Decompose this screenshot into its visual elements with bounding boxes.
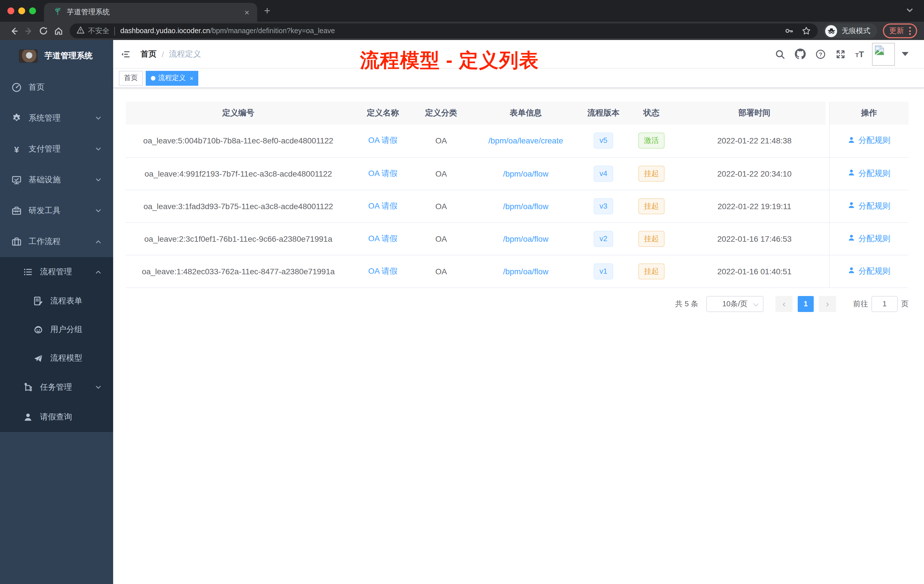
sidebar-item-send[interactable]: 流程模型 [0,344,113,373]
cell-form-info: /bpm/oa/flow [467,255,584,287]
pagination-total: 共 5 条 [675,299,698,309]
search-icon[interactable] [775,49,785,59]
form-link[interactable]: /bpm/oa/flow [503,169,549,178]
user-icon [848,168,856,178]
browser-update-button[interactable]: 更新 [883,23,917,38]
navbar-right-icons: ? TT [765,43,909,66]
table-row: oa_leave:1:482ec033-762a-11ec-8477-a2380… [126,255,909,287]
address-bar[interactable]: 不安全 dashboard.yudao.iocoder.cn/bpm/manag… [70,23,818,38]
definition-name-link[interactable]: OA 请假 [368,201,398,210]
definition-name-link[interactable]: OA 请假 [368,168,398,177]
cell-status: 激活 [623,125,680,157]
forward-icon[interactable] [22,24,35,38]
new-tab-button[interactable]: + [264,5,270,16]
macos-close-button[interactable] [7,7,14,14]
update-label[interactable]: 更新 [889,26,904,36]
table-row: oa_leave:5:004b710b-7b8a-11ec-8ef0-acde4… [126,125,909,157]
security-label[interactable]: 不安全 [88,26,109,36]
sidebar-item-user[interactable]: 请假查询 [0,402,113,432]
browser-menu-kebab-icon[interactable] [909,27,911,35]
cell-deploy-time: 2022-01-16 17:46:53 [680,222,829,255]
cell-actions: 分配规则 [829,222,909,255]
form-icon [33,296,43,306]
next-page-button[interactable]: › [819,296,836,312]
sidebar-item-suitcase[interactable]: 工作流程 [0,226,113,257]
macos-zoom-button[interactable] [29,7,36,14]
avatar[interactable] [872,43,895,66]
bookmark-star-icon[interactable] [802,26,811,35]
assign-rule-link[interactable]: 分配规则 [848,136,891,146]
sidebar-toggle-hamburger-icon[interactable] [120,48,132,60]
assign-rule-link[interactable]: 分配规则 [848,266,891,276]
chevron-down-icon [95,115,102,122]
tab-search-chevron-icon[interactable] [906,6,914,16]
definition-name-link[interactable]: OA 请假 [368,233,398,243]
table-row: oa_leave:4:991f2193-7b7f-11ec-a3c8-acde4… [126,157,909,190]
goto-page-input[interactable] [871,296,898,312]
form-link[interactable]: /bpm/oa/flow [503,201,549,211]
home-icon[interactable] [51,24,65,38]
cell-category: OA [415,255,467,287]
tab-close-icon[interactable]: × [242,7,251,17]
gear-icon [12,113,22,124]
assign-rule-link[interactable]: 分配规则 [848,233,891,244]
sidebar-item-people[interactable]: 用户分组 [0,315,113,344]
macos-minimize-button[interactable] [18,7,25,14]
sidebar-item-dashboard[interactable]: 首页 [0,72,113,103]
form-link[interactable]: /bpm/oa/flow [503,234,549,243]
cell-version: v5 [584,125,623,157]
chevron-down-icon [95,208,102,214]
incognito-badge: 无痕模式 [823,23,877,38]
cell-definition-name: OA 请假 [351,125,415,157]
sidebar-item-list[interactable]: 流程管理 [0,257,113,287]
sidebar-item-label: 基础设施 [28,175,61,185]
security-warning-icon[interactable] [77,26,84,36]
sidebar-item-gear[interactable]: 系统管理 [0,103,113,134]
version-badge: v4 [594,165,613,181]
prev-page-button[interactable]: ‹ [776,296,792,312]
password-key-icon[interactable] [785,26,794,35]
status-badge: 挂起 [638,263,665,279]
people-icon [33,325,43,335]
form-link[interactable]: /bpm/oa/flow [503,267,549,276]
reload-icon[interactable] [36,24,50,38]
sidebar-item-toolbox[interactable]: 研发工具 [0,195,113,226]
assign-rule-link[interactable]: 分配规则 [848,201,891,211]
breadcrumb: 首页 / 流程定义 [140,49,201,59]
sidebar-item-tree[interactable]: 任务管理 [0,373,113,402]
form-link[interactable]: /bpm/oa/leave/create [488,136,563,145]
list-icon [23,267,33,277]
definition-name-link[interactable]: OA 请假 [368,136,398,145]
cell-form-info: /bpm/oa/flow [467,190,584,222]
tag-home[interactable]: 首页 [119,71,143,86]
sidebar-item-monitor[interactable]: 基础设施 [0,165,113,195]
sidebar-item-yen[interactable]: ¥支付管理 [0,134,113,165]
url-path: /bpm/manager/definition?key=oa_leave [210,27,335,35]
browser-tab[interactable]: 芋道管理系统 × [44,3,257,22]
sidebar-item-form[interactable]: 流程表单 [0,287,113,315]
chevron-down-icon [95,384,102,391]
font-size-icon[interactable]: TT [855,49,864,59]
cell-category: OA [415,190,467,222]
tag-close-icon[interactable]: × [190,74,193,81]
breadcrumb-home[interactable]: 首页 [140,49,157,59]
help-icon[interactable]: ? [815,49,825,59]
tag-process-definition[interactable]: 流程定义 × [146,71,198,86]
tree-icon [23,382,33,393]
sidebar-item-label: 工作流程 [28,237,61,247]
sidebar-item-label: 流程管理 [40,267,72,277]
definition-name-link[interactable]: OA 请假 [368,266,398,275]
page-number-1[interactable]: 1 [798,296,814,312]
github-icon[interactable] [795,49,805,59]
fullscreen-icon[interactable] [835,49,845,59]
assign-rule-link[interactable]: 分配规则 [848,168,891,178]
sidebar-logo[interactable]: 芋道管理系统 [0,40,113,72]
avatar-dropdown-caret-icon[interactable] [902,52,909,56]
table-header-row: 定义编号定义名称定义分类表单信息流程版本状态部署时间操作 [126,102,909,125]
back-icon[interactable] [7,24,21,38]
page-size-select[interactable]: 10条/页 [706,296,764,312]
column-header: 定义编号 [126,102,351,125]
sidebar-item-label: 任务管理 [40,382,72,393]
definition-table: 定义编号定义名称定义分类表单信息流程版本状态部署时间操作 oa_leave:5:… [126,102,909,288]
cell-definition-id: oa_leave:3:1fad3d93-7b75-11ec-a3c8-acde4… [126,190,351,222]
